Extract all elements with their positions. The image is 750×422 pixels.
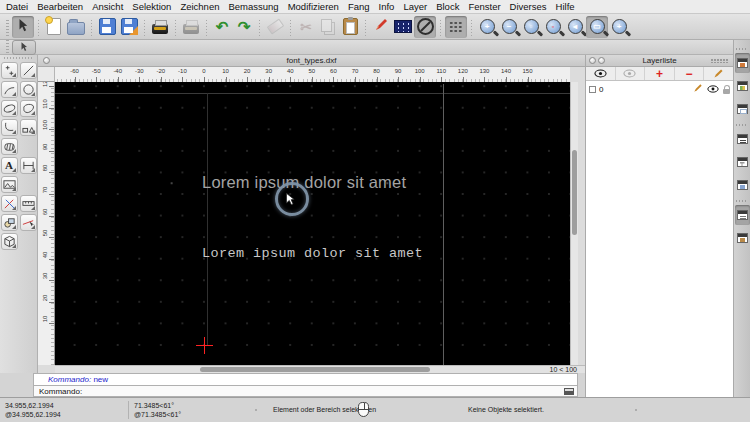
shape-tool-button[interactable]	[20, 119, 37, 136]
layer-lock-icon[interactable]	[723, 89, 730, 94]
spline-tool-button[interactable]	[20, 100, 37, 117]
layer-row[interactable]: 0	[586, 83, 733, 95]
line-tool-button[interactable]	[20, 62, 37, 79]
layer-edit-pencil-icon[interactable]	[693, 83, 703, 95]
menu-item-selektion[interactable]: Selektion	[132, 1, 171, 12]
toolbar-separator	[365, 18, 366, 36]
zoom-out-button[interactable]: −	[498, 16, 520, 38]
block-tool-button[interactable]	[1, 233, 18, 250]
dock-tool-options-button[interactable]	[735, 152, 750, 172]
point-tool-button[interactable]	[1, 62, 18, 79]
menu-item-diverses[interactable]: Diverses	[510, 1, 547, 12]
measure-tool-button[interactable]	[20, 195, 37, 212]
zoom-window-button[interactable]: ▫	[542, 16, 564, 38]
modify-attributes-tool-button[interactable]	[1, 214, 18, 231]
attributes-button[interactable]	[392, 16, 414, 38]
toolbar-grip[interactable]	[6, 18, 9, 36]
statusbar-grip-dot	[255, 409, 257, 411]
hide-all-layers-button[interactable]	[616, 67, 646, 80]
hruler-label: 140	[498, 68, 514, 74]
selection-pointer-button[interactable]	[12, 40, 36, 55]
pointer-icon	[19, 38, 29, 56]
horizontal-scrollbar[interactable]	[55, 366, 525, 373]
dock-preview-button[interactable]	[735, 175, 750, 195]
hruler-label: 90	[390, 68, 406, 74]
image-tool-button[interactable]	[1, 176, 18, 193]
print-button[interactable]	[149, 16, 171, 38]
menu-item-fang[interactable]: Fang	[348, 1, 370, 12]
vertical-scrollbar[interactable]	[570, 82, 578, 365]
dock-block-list-button[interactable]	[735, 76, 750, 96]
paste-button[interactable]	[339, 16, 361, 38]
clipboard-window-icon	[737, 233, 748, 243]
edit-layer-button[interactable]	[704, 67, 733, 80]
palette-grip[interactable]	[4, 57, 32, 59]
toolbar-separator	[206, 18, 207, 36]
menu-item-layer[interactable]: Layer	[403, 1, 427, 12]
menu-item-block[interactable]: Block	[436, 1, 459, 12]
draft-mode-button[interactable]	[414, 16, 436, 38]
menu-item-info[interactable]: Info	[379, 1, 395, 12]
horizontal-scrollbar-thumb[interactable]	[200, 367, 430, 372]
zoom-redraw-button[interactable]: +	[608, 16, 630, 38]
menu-item-bemassung[interactable]: Bemassung	[228, 1, 278, 12]
layer-panel-header[interactable]: Layerliste	[586, 55, 733, 67]
toolbar-grip[interactable]	[6, 38, 9, 56]
show-all-layers-button[interactable]	[586, 67, 616, 80]
layer-checkbox[interactable]	[589, 86, 596, 93]
zoom-previous-button[interactable]: ◂	[564, 16, 586, 38]
save-button[interactable]	[96, 16, 118, 38]
zoom-auto-button[interactable]: ▫	[520, 16, 542, 38]
ellipse-tool-button[interactable]	[1, 100, 18, 117]
modify-tool-button[interactable]	[1, 195, 18, 212]
horizontal-ruler: -60-50-40-30-20-100102030405060708090100…	[55, 67, 570, 83]
dock-clipboard-button[interactable]	[735, 228, 750, 248]
polyline-tool-button[interactable]	[1, 119, 18, 136]
menu-item-zeichnen[interactable]: Zeichnen	[180, 1, 219, 12]
menu-item-datei[interactable]: Datei	[6, 1, 28, 12]
hatch-tool-button[interactable]	[1, 138, 18, 155]
panel-grip[interactable]	[711, 59, 729, 63]
undo-button[interactable]: ↶	[211, 16, 233, 38]
tool-options-toolbar	[0, 40, 733, 55]
dock-layer-list-button[interactable]	[735, 53, 750, 73]
eraser-button[interactable]	[264, 16, 286, 38]
text-tool-button[interactable]: A	[1, 157, 18, 174]
picture-window-icon	[737, 180, 748, 190]
menu-item-bearbeiten[interactable]: Bearbeiten	[37, 1, 83, 12]
command-input[interactable]	[82, 387, 564, 396]
zoom-pan-button[interactable]: ▭	[586, 16, 608, 38]
dock-library-browser-button[interactable]	[735, 99, 750, 119]
zoom-in-button[interactable]: +	[476, 16, 498, 38]
cut-button[interactable]: ✂	[295, 16, 317, 38]
drawing-canvas[interactable]: Lorem ipsum dolor sit amet Lorem ipsum d…	[55, 82, 570, 365]
remove-layer-button[interactable]: −	[675, 67, 705, 80]
dock-property-editor-button[interactable]	[735, 205, 750, 225]
menu-item-fenster[interactable]: Fenster	[468, 1, 500, 12]
menu-item-hilfe[interactable]: Hilfe	[556, 1, 575, 12]
add-layer-button[interactable]: +	[645, 67, 675, 80]
arc-tool-button[interactable]	[1, 81, 18, 98]
redo-button[interactable]: ↷	[233, 16, 255, 38]
document-titlebar[interactable]: font_types.dxf	[38, 55, 585, 67]
pointer-button[interactable]	[12, 16, 34, 38]
cad-text-entity-stroke-font[interactable]: Lorem ipsum dolor sit amet	[202, 246, 423, 261]
circle-tool-button[interactable]	[20, 81, 37, 98]
save-as-button[interactable]	[118, 16, 140, 38]
menu-item-ansicht[interactable]: Ansicht	[92, 1, 123, 12]
statusbar-grip-dot	[635, 409, 637, 411]
dimension-tool-button[interactable]	[20, 157, 37, 174]
drawing-line-vertical-right	[443, 84, 444, 365]
command-dock-icon[interactable]	[564, 388, 574, 395]
copy-button[interactable]	[317, 16, 339, 38]
property-pen-button[interactable]	[370, 16, 392, 38]
explode-tool-button[interactable]	[20, 214, 37, 231]
new-file-button[interactable]	[43, 16, 65, 38]
dock-command-line-button[interactable]	[735, 129, 750, 149]
layer-visibility-eye-icon[interactable]	[707, 85, 719, 93]
menu-item-modifizieren[interactable]: Modifizieren	[288, 1, 339, 12]
grid-toggle-button[interactable]	[445, 16, 467, 38]
print-preview-button[interactable]	[180, 16, 202, 38]
open-file-button[interactable]	[65, 16, 87, 38]
vertical-scrollbar-thumb[interactable]	[572, 150, 577, 235]
